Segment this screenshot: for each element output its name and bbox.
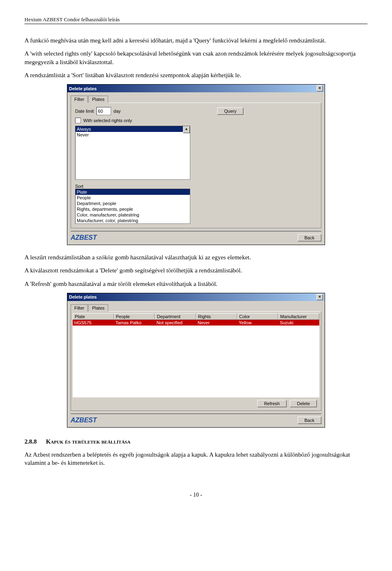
delete-button[interactable]: Delete [290, 400, 317, 407]
paragraph: A kiválasztott rendszámokat a 'Delete' g… [24, 266, 368, 274]
date-limit-label: Date limit [75, 109, 94, 114]
table-row[interactable]: HGS575 Tamas Patko Not specified Never Y… [73, 320, 319, 326]
paragraph: A leszűrt rendszámlistában a szóköz gomb… [24, 253, 368, 261]
back-button[interactable]: Back [298, 417, 321, 424]
tab-filter[interactable]: Filter [71, 304, 88, 312]
cell-plate: HGS575 [73, 320, 114, 326]
tabs: Filter Plates [71, 96, 321, 103]
page-header: Hexium AZBEST Condor felhasználói leírás [24, 16, 368, 24]
with-selected-rights-label: With selected rights only [83, 118, 132, 123]
column-header[interactable]: Plate [73, 313, 114, 320]
paragraph: A funkció meghívása után meg kell adni a… [24, 36, 368, 45]
tab-panel-plates: Plate People Department Rights Color Man… [71, 311, 321, 411]
dialog-title: Delete plates [69, 294, 97, 299]
list-item[interactable]: People [76, 195, 190, 201]
cell-manufacturer: Suzuki [278, 320, 319, 326]
cell-people: Tamas Patko [114, 320, 155, 326]
table-body[interactable]: HGS575 Tamas Patko Not specified Never Y… [73, 320, 319, 397]
date-limit-input[interactable] [96, 107, 111, 115]
paragraph: A 'Refresh' gomb használatával a már tör… [24, 280, 368, 288]
column-header[interactable]: Manufacturer [278, 313, 319, 320]
sort-label: Sort [75, 184, 317, 189]
list-item[interactable]: Department, people [76, 201, 190, 206]
page-number: - 10 - [24, 492, 368, 498]
column-header[interactable]: Color [237, 313, 278, 320]
rights-listbox[interactable]: Always Never ▲ [75, 126, 190, 180]
azbest-logo: AZBEST [71, 417, 97, 424]
list-item[interactable]: Always [76, 126, 190, 132]
cell-color: Yellow [237, 320, 278, 326]
tab-panel-filter: Date limit day Query With selected right… [71, 103, 321, 228]
date-limit-unit: day [114, 109, 121, 114]
back-button[interactable]: Back [298, 234, 321, 241]
azbest-logo: AZBEST [71, 234, 97, 241]
close-icon[interactable]: × [316, 294, 323, 300]
tab-plates[interactable]: Plates [88, 96, 108, 103]
dialog-title: Delete plates [69, 86, 97, 91]
list-item[interactable]: Never [76, 132, 190, 138]
column-header[interactable]: Department [155, 313, 196, 320]
table-header: Plate People Department Rights Color Man… [73, 313, 319, 320]
section-title: Kapuk és területek beállítása [46, 438, 131, 445]
list-item[interactable]: Rights, departments, people [76, 206, 190, 212]
section-number: 2.8.8 [24, 438, 37, 445]
query-button[interactable]: Query [217, 107, 243, 115]
titlebar: Delete plates × [67, 293, 325, 301]
delete-plates-dialog-plates: Delete plates × Filter Plates Plate Peop… [67, 293, 325, 428]
cell-rights: Never [196, 320, 237, 326]
paragraph: A 'with selected rights only' kapcsoló b… [24, 49, 368, 66]
list-item[interactable]: Plate [76, 189, 190, 195]
refresh-button[interactable]: Refresh [257, 400, 287, 407]
paragraph: A rendszámlistát a 'Sort' listában kivál… [24, 71, 368, 79]
cell-department: Not specified [155, 320, 196, 326]
list-item[interactable]: Manufacturer, color, platestring [76, 218, 190, 223]
sort-listbox[interactable]: Plate People Department, people Rights, … [75, 189, 190, 224]
scroll-up-icon[interactable]: ▲ [183, 126, 190, 133]
delete-plates-dialog-filter: Delete plates × Filter Plates Date limit… [67, 84, 325, 245]
close-icon[interactable]: × [316, 85, 323, 91]
paragraph: Az Azbest rendszerben a beléptetés és eg… [24, 451, 368, 467]
list-item[interactable]: Color, manufacturer, platestring [76, 212, 190, 218]
with-selected-rights-checkbox[interactable] [75, 118, 81, 123]
column-header[interactable]: Rights [196, 313, 237, 320]
column-header[interactable]: People [114, 313, 155, 320]
tab-filter[interactable]: Filter [71, 96, 88, 103]
titlebar: Delete plates × [67, 85, 325, 92]
tab-plates[interactable]: Plates [88, 304, 108, 312]
tabs: Filter Plates [71, 304, 321, 312]
